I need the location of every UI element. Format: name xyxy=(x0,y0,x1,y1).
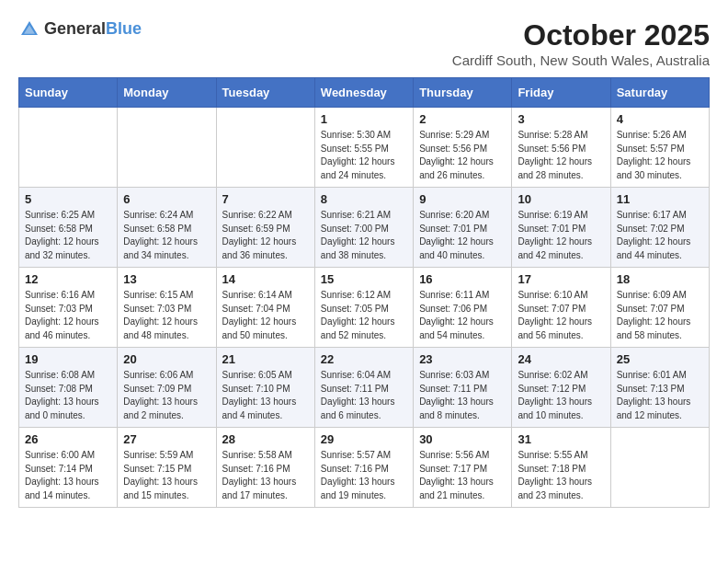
calendar-cell: 28Sunrise: 5:58 AM Sunset: 7:16 PM Dayli… xyxy=(216,428,314,508)
calendar-cell xyxy=(118,108,216,188)
calendar-cell: 2Sunrise: 5:29 AM Sunset: 5:56 PM Daylig… xyxy=(414,108,512,188)
day-number: 29 xyxy=(321,432,407,446)
day-number: 27 xyxy=(123,432,210,446)
logo-icon xyxy=(18,18,40,40)
calendar-week-row: 26Sunrise: 6:00 AM Sunset: 7:14 PM Dayli… xyxy=(19,428,710,508)
day-info: Sunrise: 6:09 AM Sunset: 7:07 PM Dayligh… xyxy=(617,289,703,342)
day-info: Sunrise: 5:55 AM Sunset: 7:18 PM Dayligh… xyxy=(518,449,604,502)
calendar-week-row: 19Sunrise: 6:08 AM Sunset: 7:08 PM Dayli… xyxy=(19,348,710,428)
day-info: Sunrise: 6:16 AM Sunset: 7:03 PM Dayligh… xyxy=(25,289,111,342)
calendar-cell xyxy=(19,108,118,188)
day-info: Sunrise: 6:15 AM Sunset: 7:03 PM Dayligh… xyxy=(123,289,210,342)
day-number: 4 xyxy=(617,112,703,126)
day-info: Sunrise: 6:00 AM Sunset: 7:14 PM Dayligh… xyxy=(25,449,111,502)
day-number: 1 xyxy=(321,112,407,126)
day-info: Sunrise: 6:02 AM Sunset: 7:12 PM Dayligh… xyxy=(518,369,604,422)
calendar-cell: 20Sunrise: 6:06 AM Sunset: 7:09 PM Dayli… xyxy=(118,348,216,428)
day-info: Sunrise: 6:14 AM Sunset: 7:04 PM Dayligh… xyxy=(222,289,309,342)
calendar-cell: 16Sunrise: 6:11 AM Sunset: 7:06 PM Dayli… xyxy=(414,268,512,348)
day-number: 20 xyxy=(123,352,210,366)
calendar-cell: 8Sunrise: 6:21 AM Sunset: 7:00 PM Daylig… xyxy=(314,188,413,268)
calendar-cell: 12Sunrise: 6:16 AM Sunset: 7:03 PM Dayli… xyxy=(19,268,118,348)
calendar-cell: 17Sunrise: 6:10 AM Sunset: 7:07 PM Dayli… xyxy=(512,268,610,348)
logo: GeneralBlue xyxy=(18,18,142,40)
calendar-cell: 13Sunrise: 6:15 AM Sunset: 7:03 PM Dayli… xyxy=(118,268,216,348)
title-area: October 2025 Cardiff South, New South Wa… xyxy=(452,18,710,68)
calendar-header-row: SundayMondayTuesdayWednesdayThursdayFrid… xyxy=(19,78,710,108)
day-number: 3 xyxy=(518,112,604,126)
calendar-cell: 29Sunrise: 5:57 AM Sunset: 7:16 PM Dayli… xyxy=(314,428,413,508)
location-subtitle: Cardiff South, New South Wales, Australi… xyxy=(452,52,710,68)
day-number: 15 xyxy=(321,272,407,286)
calendar-week-row: 12Sunrise: 6:16 AM Sunset: 7:03 PM Dayli… xyxy=(19,268,710,348)
day-number: 7 xyxy=(222,192,309,206)
calendar-cell: 1Sunrise: 5:30 AM Sunset: 5:55 PM Daylig… xyxy=(314,108,413,188)
column-header-friday: Friday xyxy=(512,78,610,108)
day-info: Sunrise: 6:19 AM Sunset: 7:01 PM Dayligh… xyxy=(518,209,604,262)
calendar-cell xyxy=(610,428,709,508)
column-header-tuesday: Tuesday xyxy=(216,78,314,108)
day-number: 10 xyxy=(518,192,604,206)
day-number: 25 xyxy=(617,352,703,366)
column-header-sunday: Sunday xyxy=(19,78,118,108)
column-header-wednesday: Wednesday xyxy=(314,78,413,108)
day-info: Sunrise: 6:04 AM Sunset: 7:11 PM Dayligh… xyxy=(321,369,407,422)
calendar-cell xyxy=(216,108,314,188)
calendar-cell: 14Sunrise: 6:14 AM Sunset: 7:04 PM Dayli… xyxy=(216,268,314,348)
day-info: Sunrise: 6:01 AM Sunset: 7:13 PM Dayligh… xyxy=(617,369,703,422)
day-number: 13 xyxy=(123,272,210,286)
day-number: 8 xyxy=(321,192,407,206)
day-info: Sunrise: 6:05 AM Sunset: 7:10 PM Dayligh… xyxy=(222,369,309,422)
day-info: Sunrise: 6:17 AM Sunset: 7:02 PM Dayligh… xyxy=(617,209,703,262)
calendar-cell: 9Sunrise: 6:20 AM Sunset: 7:01 PM Daylig… xyxy=(414,188,512,268)
day-number: 19 xyxy=(25,352,111,366)
day-number: 24 xyxy=(518,352,604,366)
day-number: 26 xyxy=(25,432,111,446)
calendar-cell: 10Sunrise: 6:19 AM Sunset: 7:01 PM Dayli… xyxy=(512,188,610,268)
logo-blue: Blue xyxy=(106,19,142,38)
calendar-cell: 24Sunrise: 6:02 AM Sunset: 7:12 PM Dayli… xyxy=(512,348,610,428)
day-number: 14 xyxy=(222,272,309,286)
column-header-saturday: Saturday xyxy=(610,78,709,108)
calendar-week-row: 1Sunrise: 5:30 AM Sunset: 5:55 PM Daylig… xyxy=(19,108,710,188)
page-header: GeneralBlue October 2025 Cardiff South, … xyxy=(18,18,710,68)
day-info: Sunrise: 6:10 AM Sunset: 7:07 PM Dayligh… xyxy=(518,289,604,342)
calendar-cell: 25Sunrise: 6:01 AM Sunset: 7:13 PM Dayli… xyxy=(610,348,709,428)
day-info: Sunrise: 5:56 AM Sunset: 7:17 PM Dayligh… xyxy=(419,449,506,502)
calendar-cell: 11Sunrise: 6:17 AM Sunset: 7:02 PM Dayli… xyxy=(610,188,709,268)
day-info: Sunrise: 6:11 AM Sunset: 7:06 PM Dayligh… xyxy=(419,289,506,342)
day-info: Sunrise: 5:28 AM Sunset: 5:56 PM Dayligh… xyxy=(518,129,604,182)
calendar-cell: 5Sunrise: 6:25 AM Sunset: 6:58 PM Daylig… xyxy=(19,188,118,268)
calendar: SundayMondayTuesdayWednesdayThursdayFrid… xyxy=(18,77,710,508)
day-info: Sunrise: 5:30 AM Sunset: 5:55 PM Dayligh… xyxy=(321,129,407,182)
day-number: 22 xyxy=(321,352,407,366)
day-number: 31 xyxy=(518,432,604,446)
calendar-cell: 22Sunrise: 6:04 AM Sunset: 7:11 PM Dayli… xyxy=(314,348,413,428)
calendar-cell: 18Sunrise: 6:09 AM Sunset: 7:07 PM Dayli… xyxy=(610,268,709,348)
day-number: 18 xyxy=(617,272,703,286)
day-number: 9 xyxy=(419,192,506,206)
day-number: 16 xyxy=(419,272,506,286)
calendar-cell: 6Sunrise: 6:24 AM Sunset: 6:58 PM Daylig… xyxy=(118,188,216,268)
column-header-monday: Monday xyxy=(118,78,216,108)
calendar-cell: 30Sunrise: 5:56 AM Sunset: 7:17 PM Dayli… xyxy=(414,428,512,508)
day-info: Sunrise: 5:59 AM Sunset: 7:15 PM Dayligh… xyxy=(123,449,210,502)
calendar-week-row: 5Sunrise: 6:25 AM Sunset: 6:58 PM Daylig… xyxy=(19,188,710,268)
day-info: Sunrise: 6:12 AM Sunset: 7:05 PM Dayligh… xyxy=(321,289,407,342)
calendar-cell: 31Sunrise: 5:55 AM Sunset: 7:18 PM Dayli… xyxy=(512,428,610,508)
day-info: Sunrise: 6:22 AM Sunset: 6:59 PM Dayligh… xyxy=(222,209,309,262)
day-info: Sunrise: 6:21 AM Sunset: 7:00 PM Dayligh… xyxy=(321,209,407,262)
day-number: 11 xyxy=(617,192,703,206)
calendar-cell: 7Sunrise: 6:22 AM Sunset: 6:59 PM Daylig… xyxy=(216,188,314,268)
day-info: Sunrise: 6:25 AM Sunset: 6:58 PM Dayligh… xyxy=(25,209,111,262)
day-number: 30 xyxy=(419,432,506,446)
calendar-cell: 3Sunrise: 5:28 AM Sunset: 5:56 PM Daylig… xyxy=(512,108,610,188)
month-title: October 2025 xyxy=(452,18,710,52)
day-number: 5 xyxy=(25,192,111,206)
logo-general: General xyxy=(44,19,106,38)
day-info: Sunrise: 6:24 AM Sunset: 6:58 PM Dayligh… xyxy=(123,209,210,262)
day-info: Sunrise: 6:06 AM Sunset: 7:09 PM Dayligh… xyxy=(123,369,210,422)
day-info: Sunrise: 5:26 AM Sunset: 5:57 PM Dayligh… xyxy=(617,129,703,182)
day-info: Sunrise: 5:58 AM Sunset: 7:16 PM Dayligh… xyxy=(222,449,309,502)
day-info: Sunrise: 5:57 AM Sunset: 7:16 PM Dayligh… xyxy=(321,449,407,502)
